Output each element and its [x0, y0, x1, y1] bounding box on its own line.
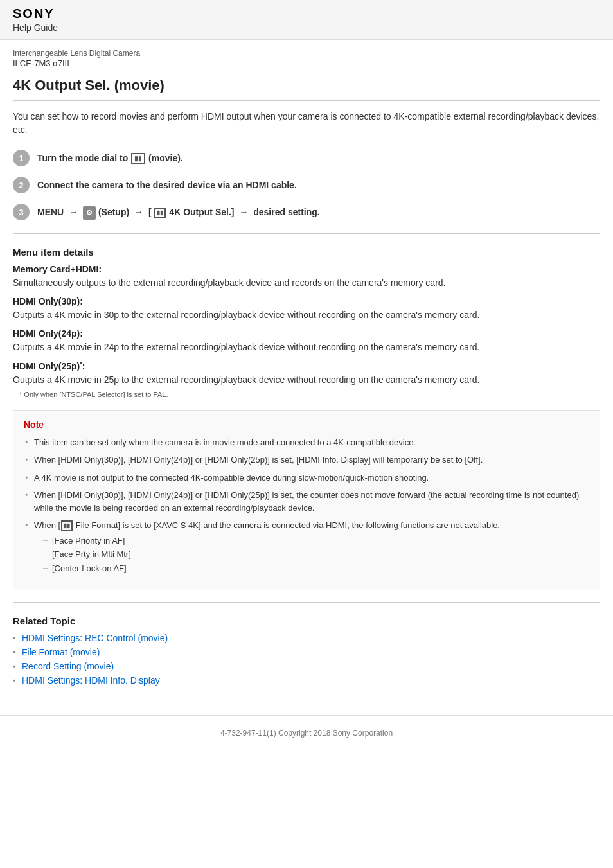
- arrow-icon-3: →: [239, 207, 248, 217]
- step-3-desired: desired setting.: [253, 207, 319, 217]
- hdmi-only-24p-desc: Outputs a 4K movie in 24p to the externa…: [13, 341, 600, 354]
- related-links-list: HDMI Settings: REC Control (movie) File …: [13, 633, 600, 686]
- menu-item-hdmi-only-24p: HDMI Only(24p): Outputs a 4K movie in 24…: [13, 328, 600, 354]
- step-3-setup-icon: ⚙: [83, 207, 98, 217]
- memory-card-hdmi-title: Memory Card+HDMI:: [13, 264, 600, 274]
- device-info: Interchangeable Lens Digital Camera ILCE…: [0, 40, 613, 71]
- step-3-content: MENU → ⚙ (Setup) → [ ▮▮ 4K Output Sel.] …: [37, 204, 320, 220]
- hdmi-only-25p-title: HDMI Only(25p)*:: [13, 360, 600, 371]
- note-item-4: When [HDMI Only(30p)], [HDMI Only(24p)] …: [24, 489, 589, 514]
- device-model: ILCE-7M3 α7III: [13, 58, 69, 68]
- hdmi-only-24p-title: HDMI Only(24p):: [13, 328, 600, 339]
- note-movie-icon: ▮▮: [61, 520, 73, 531]
- camera-type: Interchangeable Lens Digital Camera: [13, 49, 600, 58]
- arrow-icon-2: →: [134, 207, 143, 217]
- related-topic: Related Topic HDMI Settings: REC Control…: [13, 616, 600, 686]
- movie-mode-icon: ▮▮: [131, 153, 145, 164]
- intro-text: You can set how to record movies and per…: [13, 110, 600, 137]
- steps-container: 1 Turn the mode dial to ▮▮ (movie). 2 Co…: [13, 150, 600, 220]
- step-2: 2 Connect the camera to the desired devi…: [13, 177, 600, 193]
- related-topic-title: Related Topic: [13, 616, 600, 626]
- related-link-hdmi-info[interactable]: HDMI Settings: HDMI Info. Display: [22, 675, 160, 686]
- footnote-pal: Only when [NTSC/PAL Selector] is set to …: [13, 391, 600, 398]
- note-item-5: When [▮▮ File Format] is set to [XAVC S …: [24, 519, 589, 574]
- step-2-content: Connect the camera to the desired device…: [37, 177, 297, 192]
- step-3: 3 MENU → ⚙ (Setup) → [ ▮▮ 4K Output Sel.…: [13, 204, 600, 220]
- related-link-item-3[interactable]: Record Setting (movie): [13, 661, 600, 671]
- divider-2: [13, 602, 600, 603]
- help-guide-label: Help Guide: [13, 22, 58, 33]
- divider-1: [13, 233, 600, 234]
- menu-item-details: Menu item details Memory Card+HDMI: Simu…: [13, 247, 600, 398]
- footer-text: 4-732-947-11(1) Copyright 2018 Sony Corp…: [220, 729, 393, 738]
- step-1-suffix: (movie).: [148, 153, 183, 163]
- step-number-2: 2: [13, 177, 30, 193]
- step-1-text: Turn the mode dial to: [37, 153, 130, 163]
- related-link-file-format[interactable]: File Format (movie): [22, 647, 100, 657]
- arrow-icon-1: →: [69, 207, 78, 217]
- menu-item-memory-card: Memory Card+HDMI: Simultaneously outputs…: [13, 264, 600, 290]
- related-link-item-4[interactable]: HDMI Settings: HDMI Info. Display: [13, 675, 600, 686]
- menu-item-hdmi-only-25p: HDMI Only(25p)*: Outputs a 4K movie in 2…: [13, 360, 600, 387]
- step-3-setup-label: (Setup): [98, 207, 132, 217]
- related-link-item-2[interactable]: File Format (movie): [13, 647, 600, 657]
- memory-card-hdmi-desc: Simultaneously outputs to the external r…: [13, 276, 600, 290]
- hdmi-only-25p-desc: Outputs a 4K movie in 25p to the externa…: [13, 373, 600, 387]
- note-item-2: When [HDMI Only(30p)], [HDMI Only(24p)] …: [24, 454, 589, 466]
- step-number-3: 3: [13, 204, 30, 220]
- note-item-3: A 4K movie is not output to the connecte…: [24, 472, 589, 484]
- note-sub-item-1: [Face Priority in AF]: [42, 535, 589, 547]
- step-number-1: 1: [13, 150, 30, 166]
- note-title: Note: [24, 420, 589, 430]
- note-box: Note This item can be set only when the …: [13, 410, 600, 590]
- page-title: 4K Output Sel. (movie): [13, 77, 600, 101]
- menu-item-hdmi-only-30p: HDMI Only(30p): Outputs a 4K movie in 30…: [13, 296, 600, 322]
- sony-logo: SONY: [13, 6, 600, 21]
- step-1: 1 Turn the mode dial to ▮▮ (movie).: [13, 150, 600, 166]
- related-link-record-setting[interactable]: Record Setting (movie): [22, 661, 114, 671]
- hdmi-only-30p-title: HDMI Only(30p):: [13, 296, 600, 306]
- step-2-text: Connect the camera to the desired device…: [37, 180, 297, 190]
- step-3-movie-icon: ▮▮: [154, 208, 166, 218]
- note-sub-list: [Face Priority in AF] [Face Prty in Mlti…: [34, 535, 589, 575]
- step-3-sel-label: 4K Output Sel.]: [169, 207, 236, 217]
- note-list: This item can be set only when the camer…: [24, 436, 589, 575]
- menu-item-details-title: Menu item details: [13, 247, 600, 258]
- step-1-content: Turn the mode dial to ▮▮ (movie).: [37, 150, 183, 165]
- note-item-1: This item can be set only when the camer…: [24, 436, 589, 449]
- related-link-hdmi-rec[interactable]: HDMI Settings: REC Control (movie): [22, 633, 168, 643]
- note-sub-item-2: [Face Prty in Mlti Mtr]: [42, 548, 589, 561]
- step-3-menu: MENU: [37, 207, 66, 217]
- site-header: SONY Help Guide: [0, 0, 613, 40]
- related-link-item-1[interactable]: HDMI Settings: REC Control (movie): [13, 633, 600, 643]
- page-footer: 4-732-947-11(1) Copyright 2018 Sony Corp…: [0, 715, 613, 750]
- note-sub-item-3: [Center Lock-on AF]: [42, 562, 589, 575]
- hdmi-only-30p-desc: Outputs a 4K movie in 30p to the externa…: [13, 308, 600, 322]
- main-content: 4K Output Sel. (movie) You can set how t…: [0, 71, 613, 702]
- step-3-bracket-open: [: [148, 207, 154, 217]
